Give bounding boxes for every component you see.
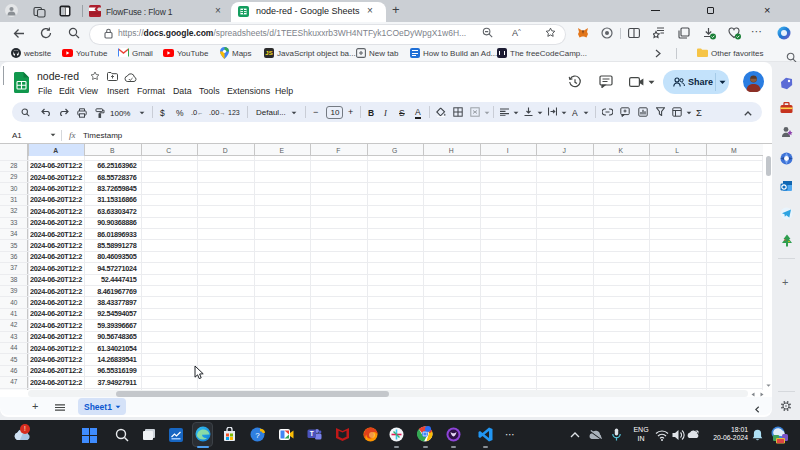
svg-text:T: T: [310, 430, 314, 437]
svg-text:?: ?: [255, 431, 260, 440]
